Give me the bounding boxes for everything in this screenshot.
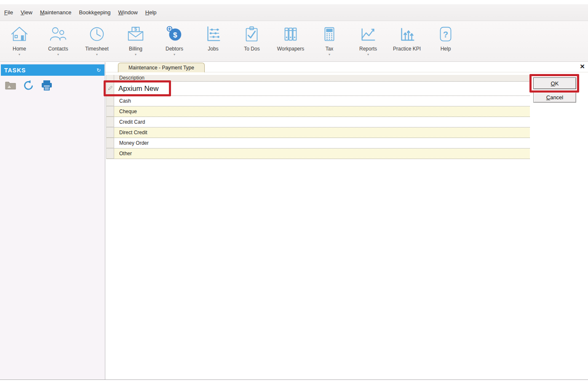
main-content: Maintenance - Payment Type × Description <box>105 62 588 379</box>
print-icon[interactable] <box>40 79 53 92</box>
toolbar-debtors-label: Debtors <box>166 46 183 52</box>
toolbar-help-label: Help <box>441 46 451 52</box>
description-column-header: Description <box>114 75 144 81</box>
chevron-down-icon[interactable]: ▾ <box>367 53 369 56</box>
menu-view[interactable]: View <box>17 9 36 16</box>
tax-icon <box>320 24 339 45</box>
workpapers-icon <box>281 24 300 45</box>
toolbar-todos-label: To Dos <box>244 46 259 52</box>
row-label: Other <box>114 149 530 159</box>
toolbar-home-label: Home <box>13 46 26 52</box>
toolbar-contacts[interactable]: Contacts ▾ <box>39 21 78 56</box>
main-toolbar: Home ▾ Contacts ▾ T <box>0 21 588 62</box>
reports-icon <box>358 24 378 45</box>
svg-text:$: $ <box>173 31 177 39</box>
toolbar-workpapers[interactable]: Workpapers <box>271 21 310 52</box>
toolbar-help[interactable]: ? Help <box>426 21 465 52</box>
todos-icon <box>242 24 262 45</box>
chevron-down-icon[interactable]: ▾ <box>135 53 136 56</box>
table-row[interactable]: Cash <box>107 96 530 106</box>
contacts-icon <box>48 24 68 45</box>
grid-header-selector-cell <box>107 75 114 81</box>
menu-file[interactable]: File <box>0 9 17 16</box>
tasks-sidebar: TASKS ↻ <box>0 62 105 379</box>
svg-text:$: $ <box>134 27 137 32</box>
chevron-down-icon[interactable]: ▾ <box>96 53 98 56</box>
ok-button[interactable]: OK <box>533 77 576 89</box>
help-icon: ? <box>436 24 455 45</box>
tab-label: Maintenance - Payment Type <box>128 65 194 71</box>
timesheet-icon <box>87 24 107 45</box>
refresh-icon[interactable] <box>22 79 35 92</box>
svg-text:?: ? <box>443 30 448 39</box>
row-selector[interactable] <box>107 106 114 117</box>
row-label: Direct Credit <box>114 127 530 138</box>
toolbar-home[interactable]: Home ▾ <box>0 21 39 56</box>
table-row[interactable]: Direct Credit <box>107 127 530 138</box>
row-label: Credit Card <box>114 117 530 127</box>
toolbar-billing[interactable]: $ Billing ▾ <box>116 21 155 56</box>
menu-bar: File View Maintenance Bookkeeping Window… <box>0 4 588 21</box>
home-icon <box>10 24 29 45</box>
tasks-panel-title: TASKS <box>4 67 26 74</box>
payment-type-grid: Description Apxium New <box>106 75 530 159</box>
toolbar-practice-kpi-label: Practice KPI <box>393 46 421 52</box>
cancel-button[interactable]: Cancel <box>533 92 576 103</box>
chevron-down-icon[interactable]: ▾ <box>57 53 59 56</box>
toolbar-todos[interactable]: To Dos <box>233 21 271 52</box>
toolbar-reports-label: Reports <box>359 46 377 52</box>
toolbar-workpapers-label: Workpapers <box>277 46 304 52</box>
open-folder-icon[interactable] <box>4 79 17 92</box>
close-icon[interactable]: × <box>580 62 585 71</box>
row-selector[interactable] <box>107 117 114 127</box>
menu-window[interactable]: Window <box>115 9 142 16</box>
row-label: Cash <box>114 96 530 106</box>
toolbar-contacts-label: Contacts <box>48 46 68 52</box>
billing-icon: $ <box>126 24 145 45</box>
tab-bar: Maintenance - Payment Type × <box>105 62 588 72</box>
chevron-down-icon[interactable]: ▾ <box>19 53 20 56</box>
toolbar-reports[interactable]: Reports ▾ <box>349 21 388 56</box>
row-label: Cheque <box>114 106 530 117</box>
table-row[interactable]: Credit Card <box>107 117 530 127</box>
table-row[interactable]: Cheque <box>107 106 530 117</box>
menu-maintenance[interactable]: Maintenance <box>36 9 75 16</box>
toolbar-practice-kpi[interactable]: Practice KPI <box>388 21 426 52</box>
pencil-icon <box>108 85 113 92</box>
chevron-down-icon[interactable]: ▾ <box>329 53 330 56</box>
application-window: File View Maintenance Bookkeeping Window… <box>0 0 588 382</box>
grid-header-row: Description <box>107 75 530 82</box>
chevron-down-icon[interactable]: ▾ <box>174 53 175 56</box>
menu-help[interactable]: Help <box>142 9 160 16</box>
toolbar-tax[interactable]: Tax ▾ <box>310 21 349 56</box>
table-row[interactable]: Other <box>107 149 530 159</box>
row-selector[interactable] <box>107 96 114 106</box>
toolbar-jobs-label: Jobs <box>208 46 218 52</box>
toolbar-debtors[interactable]: $ Debtors ▾ <box>155 21 194 56</box>
table-row[interactable]: Money Order <box>107 138 530 149</box>
panel-pin-icon[interactable]: ↻ <box>96 67 101 73</box>
tab-maintenance-payment-type[interactable]: Maintenance - Payment Type <box>118 63 205 72</box>
debtors-icon: $ <box>165 24 184 45</box>
row-selector[interactable] <box>107 127 114 138</box>
toolbar-billing-label: Billing <box>129 46 142 52</box>
row-selector[interactable] <box>107 149 114 159</box>
tasks-panel-header: TASKS ↻ <box>1 64 104 76</box>
jobs-icon <box>203 24 223 45</box>
app-surface: File View Maintenance Bookkeeping Window… <box>0 0 588 380</box>
menu-bookkeeping[interactable]: Bookkeeping <box>75 9 114 16</box>
payment-type-edit-field[interactable]: Apxium New <box>114 82 530 96</box>
edit-row-selector[interactable] <box>107 82 114 96</box>
toolbar-timesheet-label: Timesheet <box>85 46 109 52</box>
grid-edit-row: Apxium New <box>107 82 530 96</box>
practice-kpi-icon <box>397 24 417 45</box>
toolbar-timesheet[interactable]: Timesheet ▾ <box>78 21 116 56</box>
toolbar-tax-label: Tax <box>326 46 334 52</box>
row-selector[interactable] <box>107 138 114 148</box>
row-label: Money Order <box>114 138 530 148</box>
toolbar-jobs[interactable]: Jobs <box>194 21 233 52</box>
tasks-icon-row <box>4 79 53 92</box>
